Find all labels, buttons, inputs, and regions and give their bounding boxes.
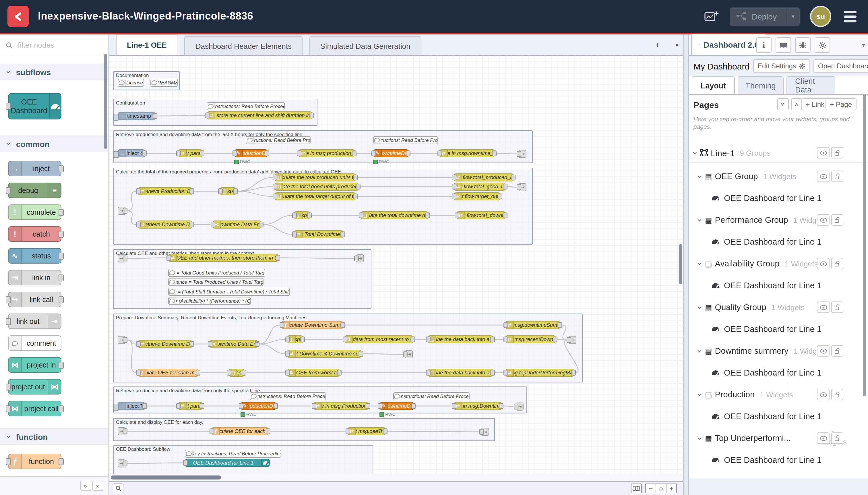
tree-group-6[interactable]: ▦Production1 Widgets [689,387,868,402]
add-page-button[interactable]: + Page [825,98,856,110]
tab-layout[interactable]: Layout [692,76,735,94]
tab-dashboard-2[interactable]: Dashboard 2.0 [691,34,766,55]
palette-filter-input[interactable] [17,40,93,50]
help-docs-button[interactable] [776,37,791,53]
deploy-options-caret[interactable]: ▾ [786,7,800,25]
collapse-all-button[interactable]: » [80,481,91,491]
palette-scrollbar[interactable] [104,54,107,149]
flow-node-calcsummery[interactable]: ƒCalculate Downtime Summery [281,321,343,329]
flow-comment[interactable]: Key Instructions: Read Before Proceeding [185,450,281,458]
tree-group-1[interactable]: ▦OEE Group1 Widgets [689,169,868,184]
palette-node-debug[interactable]: debug≡ [8,183,62,198]
info-button[interactable]: i [756,37,771,53]
flow-comment[interactable]: Quality = Total Good Units Produced / To… [168,269,265,277]
flow-node-setoeetrend[interactable]: ⇄set msg.oeeTrend [347,427,386,435]
toggle-lock-button[interactable] [831,302,843,313]
flow-comment[interactable]: Key Instructions: Read Before Proceeding [246,136,311,144]
collapse-groups-button[interactable]: » [777,98,789,110]
link-in-node[interactable]: ⇥ [118,459,126,467]
link-in-node[interactable]: ⇥ [118,336,126,344]
toggle-lock-button[interactable] [831,258,843,269]
toggle-lock-button[interactable] [831,147,843,158]
flow-comment[interactable]: Performance = Total Produced Units / Tot… [168,278,263,286]
palette-node-comment[interactable]: comment [8,335,62,351]
flow-comment[interactable]: Key Instructions: Read Before Proceeding [373,136,438,144]
flow-node-split2[interactable]: ◫split [294,211,310,219]
palette-node-link-call[interactable]: ↪link call [8,292,62,307]
flow-node-calcdur[interactable]: ◫Calculate the total downtime duration [361,211,428,219]
flow-list-caret[interactable]: ▾ [675,41,679,49]
link-out-node[interactable]: ⇥ [405,350,413,358]
link-out-node[interactable]: ⇥ [481,428,489,436]
flow-comment[interactable]: Key Instructions: Read Before Proceeding [207,102,285,110]
flow-node-setparams1[interactable]: ⇄Set params [178,149,203,157]
flow-node-setflow_gu[interactable]: ⇄set flow.total_good_units [453,183,506,191]
add-link-button[interactable]: + Link [801,98,829,110]
palette-category-subflows[interactable]: subflows [0,64,108,80]
link-in-node[interactable]: ⇥ [118,427,126,435]
flow-node-setempty[interactable]: ⇄Set Recent Downtime & Downtime summery … [287,350,362,358]
tree-group-3[interactable]: ▦Availability Group1 Widgets [689,256,868,271]
flow-canvas[interactable]: DocumentationConfigurationRetrieve produ… [109,56,683,474]
flow-node-split1[interactable]: ◫split [220,187,236,195]
tab-simulated-data-generation[interactable]: Simulated Data Generation [309,36,421,55]
inject-button[interactable] [113,114,119,121]
toggle-lock-button[interactable] [831,389,843,400]
palette-category-function[interactable]: function [0,428,108,445]
flow-node-calcmachine[interactable]: ƒCalculate OEE for each machine [138,369,198,377]
flow-node-sortrecent[interactable]: ⇅Sort data from most recent to oldest [344,335,413,343]
flow-node-setflow_to[interactable]: ⇄set flow.target_output [453,192,501,200]
open-dashboard-button[interactable]: Open Dashboard [814,59,868,73]
toggle-lock-button[interactable] [831,345,843,357]
palette-node-catch[interactable]: !catch [8,226,62,242]
flow-node-ts[interactable]: →timestamp ¹ [118,112,156,120]
expand-groups-button[interactable]: « [791,98,802,110]
toggle-lock-button[interactable] [831,171,843,182]
zoom-in-button[interactable]: + [666,483,677,493]
tree-page-line-1[interactable]: Line-19 Groups [689,145,868,160]
palette-node-project-out[interactable]: project out⋈ [8,379,62,394]
flow-node-inj1[interactable]: →inject ↻ [118,149,145,157]
toggle-lock-button[interactable] [831,214,843,226]
tree-widget-oee-dashboard[interactable]: OEE Dashboard for Line 1 [689,409,868,424]
flow-node-calcoee[interactable]: ⇄Calculate OEE and other metrics, then s… [168,254,278,262]
inject-button[interactable] [113,404,119,411]
link-out-node[interactable]: ⇥ [356,254,364,262]
flow-comment[interactable]: Availavity = (Total Shift Duration - Tot… [168,288,290,296]
flow-comment[interactable]: OEE = (Availability) * (Performance) * (… [168,297,251,305]
palette-category-common[interactable]: common [0,136,108,152]
tree-group-5[interactable]: ▦Downtime summery1 Widgets [689,343,868,358]
toggle-visibility-button[interactable] [817,171,830,182]
flow-node-downdata1[interactable]: ✎DowntimeData [373,149,409,157]
flow-node-set0[interactable]: ⇄Set Total Downtime to 0 [294,230,343,238]
tree-widget-oee-dashboard[interactable]: OEE Dashboard for Line 1 [689,278,868,293]
flow-node-retdown[interactable]: ⇄Retrieve Downtime Data [138,221,192,228]
flow-group-8[interactable]: Calculate and display OEE for each day. [113,418,495,441]
tab-client-data[interactable]: Client Data [786,76,835,94]
link-in-node[interactable]: ⇥ [118,254,126,262]
edit-settings-button[interactable]: Edit Settings [753,59,810,73]
flow-node-split4[interactable]: ◫split [228,369,245,377]
zoom-reset-button[interactable]: ○ [656,483,666,493]
config-nodes-button[interactable] [815,37,830,53]
flow-node-sortworst[interactable]: ⇅Sort OEE from worst to best [287,369,340,377]
user-avatar[interactable]: su [810,6,831,27]
canvas-horizontal-scrollbar[interactable] [111,476,221,479]
flow-node-retprod[interactable]: ⇄Retrieve Production Data [138,187,192,195]
link-out-node[interactable]: ⇥ [518,183,526,191]
flow-node-proddata2[interactable]: ✎ProductionData [241,402,276,410]
flow-node-calcprod[interactable]: ◫Calculate the total produced units toda… [274,173,356,182]
debug-button[interactable] [795,37,811,53]
toggle-visibility-button[interactable] [817,147,830,158]
flow-node-proddata1[interactable]: ✎ProductionData [234,149,267,157]
sidebar-scrollbar[interactable] [863,95,866,396]
inject-button[interactable] [113,151,119,158]
toggle-visibility-button[interactable] [817,345,830,357]
flow-node-setstore[interactable]: ⇄Set and store the current line and shif… [207,112,312,119]
ai-assistant-icon[interactable] [705,9,719,24]
tree-group-4[interactable]: ▦Quality Group1 Widgets [689,300,868,315]
palette-node-oee-dashboard[interactable]: OEE Dashboard [8,93,62,119]
flow-node-calcgood[interactable]: ◫Calculate the total good units produced… [274,183,359,191]
toggle-visibility-button[interactable] [817,214,830,226]
tree-widget-oee-dashboard[interactable]: OEE Dashboard for Line 1 [689,234,868,249]
